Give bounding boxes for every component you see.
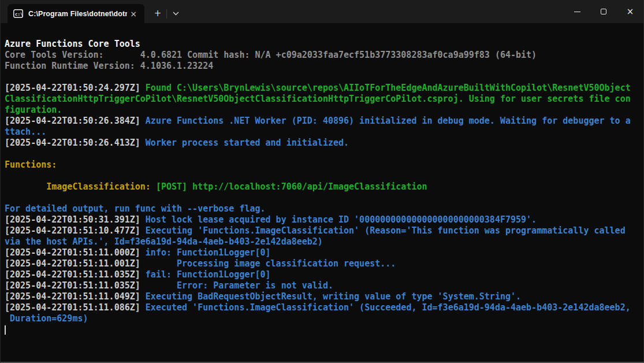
terminal-line	[5, 192, 643, 203]
terminal-line: ImageClassification: [POST] http://local…	[5, 182, 643, 192]
terminal-line	[5, 149, 643, 160]
svg-text:c:\: c:\	[15, 12, 23, 17]
terminal-line	[5, 171, 643, 182]
terminal-line: [2025-04-22T01:50:26.384Z] Azure Functio…	[5, 116, 643, 127]
terminal-line: [2025-04-22T01:51:11.086Z] Executed 'Fun…	[5, 302, 643, 313]
minimize-button[interactable]	[564, 0, 590, 23]
tab-close-button[interactable]: ×	[127, 8, 140, 20]
terminal-line: Azure Functions Core Tools	[5, 39, 643, 50]
minimize-icon	[574, 12, 580, 12]
cmd-icon: c:\	[13, 9, 23, 18]
terminal-tab[interactable]: c:\ C:\Program Files\dotnet\dotn ×	[8, 4, 144, 23]
terminal-line: Duration=629ms)	[5, 313, 643, 324]
terminal-line	[5, 28, 643, 39]
terminal-line: via the host APIs.', Id=f3e6a19d-94da-4a…	[5, 236, 643, 247]
titlebar[interactable]: c:\ C:\Program Files\dotnet\dotn × + ×	[1, 0, 643, 23]
terminal-line	[5, 72, 643, 83]
terminal-line: ttach...	[5, 127, 643, 138]
terminal-line: [2025-04-22T01:50:26.413Z] Worker proces…	[5, 138, 643, 149]
chevron-down-icon[interactable]	[167, 4, 184, 23]
terminal-line: [2025-04-22T01:51:11.001Z] Processing im…	[5, 258, 643, 269]
tab-title: C:\Program Files\dotnet\dotn	[28, 10, 127, 18]
terminal-line: [2025-04-22T01:50:24.297Z] Found C:\User…	[5, 83, 643, 94]
terminal-line: [2025-04-22T01:51:11.049Z] Executing Bad…	[5, 291, 643, 302]
terminal-window: c:\ C:\Program Files\dotnet\dotn × + × A…	[0, 0, 644, 363]
maximize-icon	[601, 9, 606, 14]
close-icon: ×	[627, 6, 634, 17]
terminal-output[interactable]: Azure Functions Core ToolsCore Tools Ver…	[1, 23, 643, 362]
terminal-line: ClassificationHttpTriggerCoPilot\ResnetV…	[5, 94, 643, 105]
new-tab-button[interactable]: +	[149, 4, 166, 23]
cursor-line	[5, 324, 643, 335]
maximize-button[interactable]	[590, 0, 617, 23]
close-button[interactable]: ×	[617, 0, 643, 23]
terminal-line: [2025-04-22T01:50:31.391Z] Host lock lea…	[5, 214, 643, 225]
terminal-line: figuration.	[5, 105, 643, 116]
terminal-line: [2025-04-22T01:51:11.035Z] fail: Functio…	[5, 269, 643, 280]
terminal-line: [2025-04-22T01:51:10.477Z] Executing 'Fu…	[5, 225, 643, 236]
terminal-line: [2025-04-22T01:51:11.000Z] info: Functio…	[5, 247, 643, 258]
terminal-line: Core Tools Version: 4.0.6821 Commit hash…	[5, 50, 643, 61]
text-cursor	[5, 325, 6, 335]
terminal-line: For detailed output, run func with --ver…	[5, 203, 643, 214]
terminal-line: [2025-04-22T01:51:11.035Z] Error: Parame…	[5, 280, 643, 291]
terminal-line: Functions:	[5, 160, 643, 171]
terminal-line: Function Runtime Version: 4.1036.1.23224	[5, 61, 643, 72]
